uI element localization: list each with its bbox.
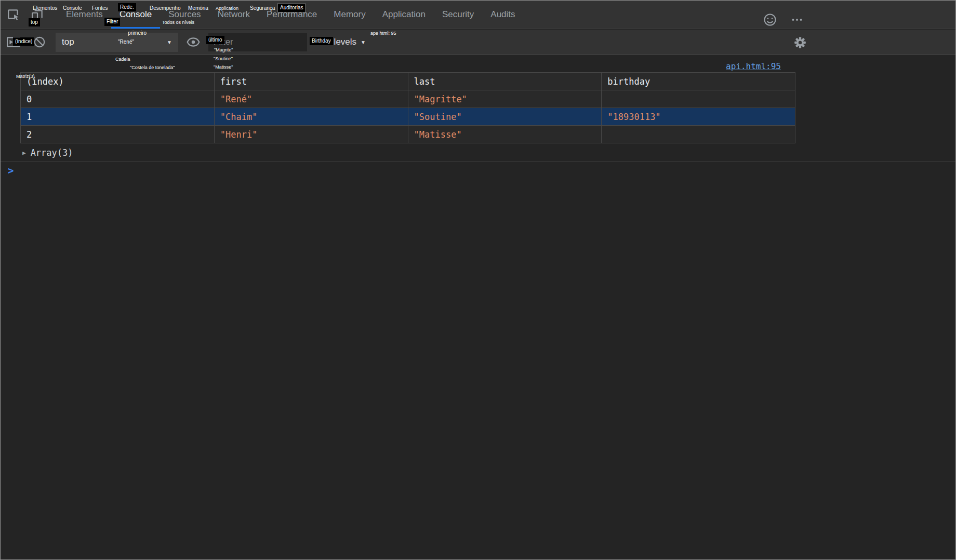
expand-arrow-icon[interactable]: ▶ (22, 150, 26, 156)
translation-overlay-auditorias: Auditorias (277, 3, 306, 12)
cell-last: "Matisse" (408, 126, 602, 143)
translation-overlay-todos-os-niveis: Todos os níveis (162, 20, 194, 25)
translation-overlay-matisse: "Matisse" (214, 64, 233, 70)
settings-button[interactable] (791, 33, 809, 52)
translation-overlay-rede: Rede. (118, 3, 136, 11)
cell-first: "Chaim" (214, 108, 408, 126)
array-summary-label: Array(3) (31, 148, 73, 158)
cell-index: 1 (21, 108, 215, 126)
translation-overlay-birthday: Birthday (310, 37, 333, 45)
inspect-cursor-icon (7, 8, 20, 21)
clear-console-icon (33, 35, 46, 49)
translation-overlay-top: top (29, 18, 40, 26)
gear-icon (793, 36, 807, 49)
tab-security[interactable]: Security (434, 1, 482, 29)
translation-overlay-indice: (índice) (13, 37, 34, 46)
devtools-window: Elements Console Sources Network Perform… (0, 0, 956, 560)
translation-overlay-elementos: Elementos (33, 5, 57, 11)
translation-overlay-primeiro: primeiro (128, 30, 147, 36)
inspect-element-button[interactable] (5, 1, 22, 29)
column-header-first[interactable]: first (214, 73, 408, 90)
chevron-down-icon: ▼ (167, 39, 172, 45)
translation-overlay-rene: "René" (118, 39, 134, 45)
translation-overlay-fontes: Fontes (92, 5, 108, 11)
eye-icon (186, 35, 201, 49)
table-header-row: (index) first last birthday (21, 73, 795, 90)
tab-memory[interactable]: Memory (325, 1, 374, 29)
cell-first: "René" (214, 90, 408, 108)
cell-birthday (602, 90, 795, 108)
cell-last: "Magritte" (408, 90, 602, 108)
translation-overlay-costela: "Costela de tonelada" (130, 65, 175, 71)
cell-index: 2 (21, 126, 215, 143)
cell-first: "Henri" (214, 126, 408, 143)
column-header-birthday[interactable]: birthday (602, 73, 795, 90)
translation-overlay-cadeia: Cadeia (115, 57, 130, 62)
console-messages-area[interactable]: api.html:95 (index) first last birthday … (1, 55, 955, 559)
column-header-index[interactable]: (index) (21, 73, 215, 90)
console-table: (index) first last birthday 0 "René" "Ma… (20, 72, 795, 143)
cell-birthday (602, 126, 795, 143)
translation-overlay-desempenho: Desempenho (150, 5, 180, 11)
live-expression-button[interactable] (184, 33, 202, 51)
translation-overlay-filter: Filter (104, 18, 120, 26)
translation-overlay-seguranca: Segurança (250, 5, 275, 11)
tab-audits[interactable]: Audits (482, 1, 523, 29)
table-row[interactable]: 0 "René" "Magritte" (21, 90, 795, 108)
cell-birthday: "18930113" (602, 108, 795, 126)
cell-last: "Soutine" (408, 108, 602, 126)
overflow-menu-icon (790, 13, 804, 26)
table-row[interactable]: 2 "Henri" "Matisse" (21, 126, 795, 143)
translation-overlay-matriz: Matriz(3) (16, 74, 35, 79)
table-row-selected[interactable]: 1 "Chaim" "Soutine" "18930113" (21, 108, 795, 126)
translation-overlay-soutine: "Soutine" (214, 56, 233, 62)
tab-application[interactable]: Application (374, 1, 434, 29)
translation-overlay-magrite: "Magrite" (214, 47, 233, 53)
console-prompt[interactable]: > (8, 165, 14, 176)
translation-overlay-console: Console (63, 5, 82, 11)
chevron-down-icon: ▼ (361, 39, 366, 45)
column-header-last[interactable]: last (408, 73, 602, 90)
javascript-context-dropdown[interactable]: top ▼ (56, 33, 178, 52)
translation-overlay-application: Application (216, 6, 238, 11)
devtools-tabbar: Elements Console Sources Network Perform… (1, 1, 955, 29)
translation-overlay-memoria: Memória (188, 5, 208, 11)
cell-index: 0 (21, 90, 215, 108)
javascript-context-value: top (62, 37, 74, 47)
array-summary-row[interactable]: ▶ Array(3) (22, 148, 73, 158)
prompt-chevron-icon: > (8, 165, 14, 176)
console-divider (1, 161, 955, 162)
source-location-link[interactable]: api.html:95 (726, 61, 781, 71)
translation-overlay-ultimo: último (206, 36, 224, 44)
smiley-face-icon (763, 12, 777, 27)
translation-overlay-ape-html: ape html: 95 (370, 31, 396, 36)
